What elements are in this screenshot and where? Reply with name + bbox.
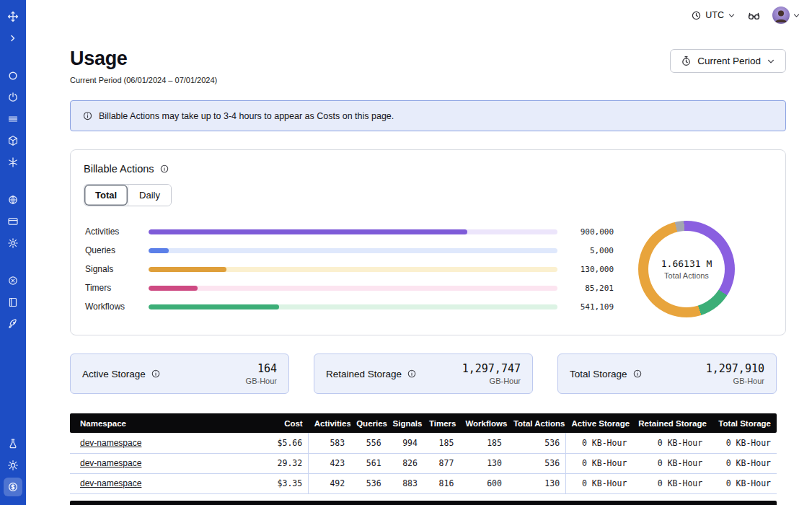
bar-fill <box>149 286 198 291</box>
bar-fill <box>149 267 226 272</box>
page-title: Usage <box>70 48 217 70</box>
history-icon[interactable] <box>4 88 22 107</box>
tab-daily[interactable]: Daily <box>128 185 171 206</box>
bar-label: Queries <box>85 245 137 255</box>
namespace-usage-table-wrap: Namespace Cost Activities Queries Signal… <box>70 413 777 494</box>
col-total-storage: Total Storage <box>708 413 777 433</box>
stat-value: 1,297,747 <box>462 362 521 375</box>
cell-activities: 423 <box>309 453 350 473</box>
period-selector-label: Current Period <box>697 56 761 66</box>
bar-label: Signals <box>85 264 137 274</box>
billable-actions-bar-chart: Activities 900,000 Queries 5,000 Signals… <box>85 227 614 312</box>
bar-row: Workflows 541,109 <box>85 302 614 312</box>
stat-unit: GB-Hour <box>246 377 277 385</box>
cube-icon[interactable] <box>4 131 22 150</box>
layers-icon[interactable] <box>4 110 22 128</box>
storage-stats-row: Active Storage 164 GB-Hour Retained Stor… <box>70 354 777 394</box>
cell-active-storage: 0 KB-Hour <box>566 433 633 453</box>
dollar-circle-icon[interactable] <box>4 478 22 496</box>
bar-fill <box>149 304 279 309</box>
topbar: UTC <box>26 0 812 30</box>
next-table-header-partial <box>70 501 777 505</box>
cell-total-storage: 0 KB-Hour <box>708 453 777 473</box>
billable-actions-tabs: Total Daily <box>84 184 172 206</box>
info-icon[interactable] <box>159 164 169 174</box>
chevron-down-icon <box>728 12 736 19</box>
info-icon[interactable] <box>407 369 417 379</box>
gear-icon[interactable] <box>4 234 22 252</box>
book-icon[interactable] <box>4 293 22 312</box>
bar-fill <box>149 248 169 253</box>
cell-retained-storage: 0 KB-Hour <box>632 473 708 493</box>
chevron-down-icon <box>767 57 775 66</box>
circle-x-icon[interactable] <box>4 271 22 290</box>
cell-workflows: 185 <box>459 433 508 453</box>
cell-total-actions: 536 <box>508 453 566 473</box>
info-icon[interactable] <box>632 369 643 379</box>
tab-total[interactable]: Total <box>84 185 128 206</box>
sun-icon[interactable] <box>4 456 22 475</box>
cell-activities: 492 <box>309 473 350 493</box>
stat-label: Active Storage <box>82 369 146 379</box>
banner-text: Billable Actions may take up to 3-4 hour… <box>99 111 394 121</box>
col-signals: Signals <box>387 413 423 433</box>
cell-queries: 556 <box>350 433 387 453</box>
billable-actions-card: Billable Actions Total Daily Activities … <box>70 149 786 335</box>
cell-signals: 883 <box>387 473 423 493</box>
globe-icon[interactable] <box>4 190 22 209</box>
bar-value: 85,201 <box>569 284 614 293</box>
col-timers: Timers <box>423 413 459 433</box>
namespace-link[interactable]: dev-namespace <box>80 438 141 448</box>
chevron-down-icon <box>793 12 800 19</box>
flask-icon[interactable] <box>4 434 22 453</box>
bar-value: 541,109 <box>569 302 614 312</box>
page-header: Usage Current Period (06/01/2024 – 07/01… <box>70 48 786 84</box>
chevron-right-icon[interactable] <box>4 29 22 48</box>
stat-unit: GB-Hour <box>706 377 764 385</box>
bar-row: Activities 900,000 <box>85 227 614 237</box>
move-icon[interactable] <box>4 7 22 26</box>
bar-track <box>149 248 557 253</box>
ring-icon[interactable] <box>4 66 22 85</box>
table-row: dev-namespace $3.35 492 536 883 816 600 … <box>70 473 777 493</box>
glasses-icon[interactable] <box>747 9 761 22</box>
bar-label: Workflows <box>85 302 137 312</box>
bar-track <box>149 304 557 309</box>
bar-track <box>149 267 557 272</box>
cell-total-actions: 130 <box>508 473 566 493</box>
cell-activities: 583 <box>309 433 350 453</box>
period-selector-button[interactable]: Current Period <box>670 49 786 73</box>
bar-track <box>149 229 557 234</box>
page-subtitle: Current Period (06/01/2024 – 07/01/2024) <box>70 76 217 84</box>
card-icon[interactable] <box>4 212 22 231</box>
cell-workflows: 130 <box>459 453 508 473</box>
cell-timers: 877 <box>423 453 459 473</box>
info-icon[interactable] <box>151 369 161 379</box>
donut-center: 1.66131 M Total Actions <box>638 221 735 317</box>
billable-actions-title: Billable Actions <box>84 163 154 175</box>
table-row: dev-namespace $5.66 583 556 994 185 185 … <box>70 433 777 453</box>
stat-value: 164 <box>246 362 277 375</box>
asterisk-icon[interactable] <box>4 153 22 172</box>
cell-total-storage: 0 KB-Hour <box>708 433 777 453</box>
namespace-link[interactable]: dev-namespace <box>80 458 141 468</box>
stat-label: Total Storage <box>570 369 627 379</box>
avatar <box>772 6 790 24</box>
timezone-label: UTC <box>705 10 724 20</box>
cell-timers: 185 <box>423 433 459 453</box>
table-row: dev-namespace 29.32 423 561 826 877 130 … <box>70 453 777 473</box>
retained-storage-card: Retained Storage 1,297,747 GB-Hour <box>314 354 533 394</box>
sidebar <box>0 0 26 505</box>
cell-cost: 29.32 <box>260 453 309 473</box>
timezone-select[interactable]: UTC <box>691 10 736 21</box>
bar-value: 130,000 <box>569 265 614 274</box>
col-queries: Queries <box>350 413 387 433</box>
stopwatch-icon <box>681 56 692 66</box>
col-namespace: Namespace <box>70 413 260 433</box>
namespace-usage-table: Namespace Cost Activities Queries Signal… <box>70 413 777 494</box>
cell-cost: $3.35 <box>260 473 309 493</box>
namespace-link[interactable]: dev-namespace <box>80 478 141 488</box>
user-menu[interactable] <box>772 6 800 24</box>
rocket-icon[interactable] <box>4 315 22 333</box>
bar-label: Timers <box>85 283 137 293</box>
